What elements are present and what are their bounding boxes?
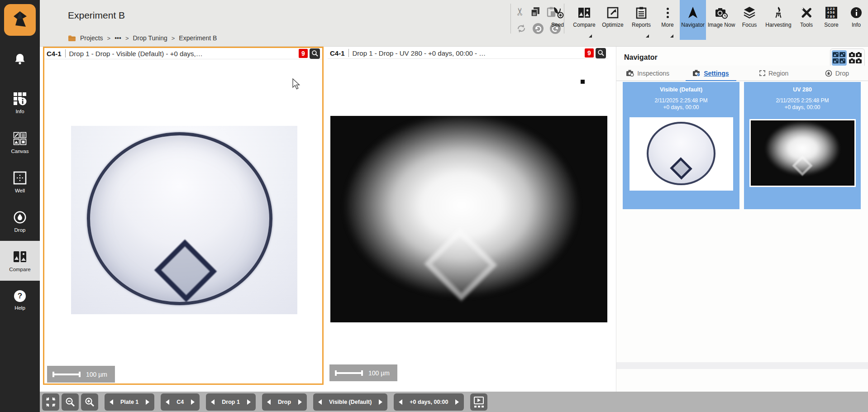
reports-button[interactable]: Reports: [627, 0, 655, 40]
breadcrumb-ellipsis[interactable]: •••: [114, 34, 121, 42]
harvesting-button[interactable]: Harvesting: [762, 0, 795, 40]
sidebar-item-drop[interactable]: Drop: [0, 201, 40, 241]
zoom-out-icon: [65, 397, 75, 407]
fit-icon: [46, 397, 56, 407]
well-navigator[interactable]: C4: [161, 393, 200, 411]
info-button[interactable]: Info: [844, 0, 868, 40]
region-navigator[interactable]: Drop: [262, 393, 307, 411]
slideshow-button[interactable]: [470, 393, 487, 411]
score-label: Score: [824, 22, 838, 28]
breadcrumb-separator: >: [172, 35, 175, 42]
image-view-toggle[interactable]: [832, 50, 847, 66]
previous-drop-arrow[interactable]: [211, 399, 215, 405]
navigator-label: Navigator: [681, 22, 704, 28]
fit-to-screen-button[interactable]: [42, 393, 59, 411]
breadcrumb-drop-tuning[interactable]: Drop Tuning: [133, 34, 167, 42]
focus-button[interactable]: Focus: [737, 0, 762, 40]
tab-region[interactable]: Region: [743, 66, 806, 81]
stray-marker: [581, 80, 585, 84]
sidebar-item-info[interactable]: Info: [0, 83, 40, 123]
inspection-time-navigator[interactable]: +0 days, 00:00: [394, 393, 464, 411]
magnifier-icon: [597, 49, 605, 57]
breadcrumb: Projects > ••• > Drop Tuning > Experimen…: [68, 34, 217, 42]
more-button[interactable]: More: [655, 0, 680, 40]
uv-image[interactable]: [330, 116, 607, 322]
card-visible-default[interactable]: Visible (Default) 2/11/2025 2:25:48 PM +…: [623, 82, 739, 209]
harvesting-label: Harvesting: [765, 22, 791, 28]
imager-navigator[interactable]: Visible (Default): [313, 393, 387, 411]
panel-header: C4-1 Drop 1 - Drop - UV 280 - +0 days, 0…: [328, 48, 608, 59]
panel-title: Drop 1 - Drop - Visible (Default) - +0 d…: [69, 50, 299, 57]
next-inspection-arrow[interactable]: [455, 399, 459, 405]
navigator-button[interactable]: Navigator: [680, 0, 706, 40]
canvas-icon: [13, 132, 27, 145]
previous-region-arrow[interactable]: [267, 399, 271, 405]
visible-light-image[interactable]: [71, 126, 297, 314]
seed-button[interactable]: Seed: [545, 0, 570, 40]
top-header: Experiment B Projects > ••• > Drop Tunin…: [40, 0, 868, 47]
score-badge[interactable]: 9: [585, 48, 594, 57]
navigator-title: Navigator: [624, 53, 658, 62]
reports-label: Reports: [632, 22, 651, 28]
breadcrumb-experiment-b[interactable]: Experiment B: [179, 34, 217, 42]
tab-inspections[interactable]: Inspections: [616, 66, 679, 81]
drop-icon: [13, 211, 27, 224]
tab-label: Settings: [704, 70, 729, 77]
tab-settings[interactable]: Settings: [679, 66, 742, 81]
scale-line: [335, 370, 363, 376]
uv-thumbnail: [749, 119, 856, 187]
navigator-divider-strip: [616, 362, 868, 369]
optimize-button[interactable]: Optimize: [598, 0, 627, 40]
tools-button[interactable]: Tools: [795, 0, 818, 40]
previous-inspection-arrow[interactable]: [399, 399, 402, 405]
main-toolbar: Seed Compare: [545, 0, 868, 40]
cut-icon[interactable]: ✂: [514, 7, 526, 16]
scale-label: 100 µm: [368, 369, 390, 377]
camera-view-toggle[interactable]: [848, 50, 863, 66]
well-label: C4-1: [330, 49, 345, 57]
zoom-in-button[interactable]: [81, 393, 98, 411]
drop-number-navigator[interactable]: Drop 1: [206, 393, 256, 411]
sidebar-item-label: Help: [14, 305, 25, 311]
focus-icon: [743, 6, 756, 19]
sync-icon[interactable]: [516, 23, 527, 34]
sidebar-item-label: Canvas: [11, 149, 29, 154]
plate-navigator[interactable]: Plate 1: [105, 393, 154, 411]
zoom-out-button[interactable]: [62, 393, 79, 411]
breadcrumb-projects[interactable]: Projects: [80, 34, 103, 42]
magnifier-button[interactable]: [310, 48, 320, 59]
toolbar-separator: [510, 4, 511, 34]
sidebar-item-well[interactable]: Well: [0, 162, 40, 202]
help-icon: ?: [14, 290, 26, 302]
tab-drop[interactable]: Drop: [806, 66, 868, 81]
info-icon: [851, 6, 862, 19]
next-region-arrow[interactable]: [298, 399, 302, 405]
previous-imager-arrow[interactable]: [318, 399, 322, 405]
copy-icon[interactable]: [530, 6, 541, 17]
plate-label: Plate 1: [120, 399, 138, 405]
card-uv-280[interactable]: UV 280 2/11/2025 2:25:48 PM +0 days, 00:…: [744, 82, 861, 209]
compare-button[interactable]: Compare: [570, 0, 598, 40]
sidebar-item-label: Info: [15, 109, 24, 114]
score-badge[interactable]: 9: [299, 49, 308, 58]
score-button[interactable]: 123 456 789 Score: [818, 0, 844, 40]
next-plate-arrow[interactable]: [146, 399, 149, 405]
notifications-bell[interactable]: [0, 53, 40, 65]
scale-label: 100 µm: [86, 371, 107, 378]
sidebar-item-help[interactable]: ? Help: [0, 280, 40, 320]
next-drop-arrow[interactable]: [247, 399, 251, 405]
image-now-button[interactable]: Image Now: [706, 0, 737, 40]
region-label: Drop: [278, 399, 291, 405]
next-imager-arrow[interactable]: [379, 399, 382, 405]
tab-label: Inspections: [637, 70, 669, 77]
previous-well-arrow[interactable]: [166, 399, 169, 405]
next-well-arrow[interactable]: [191, 399, 195, 405]
image-now-label: Image Now: [708, 22, 735, 28]
sidebar-item-compare[interactable]: Compare: [0, 241, 40, 281]
inspection-cards: Visible (Default) 2/11/2025 2:25:48 PM +…: [623, 82, 861, 209]
sidebar-item-canvas[interactable]: Canvas: [0, 123, 40, 163]
magnifier-button[interactable]: [596, 48, 606, 58]
undo-icon[interactable]: [532, 23, 544, 34]
previous-plate-arrow[interactable]: [110, 399, 113, 405]
card-title: Visible (Default): [623, 86, 739, 93]
